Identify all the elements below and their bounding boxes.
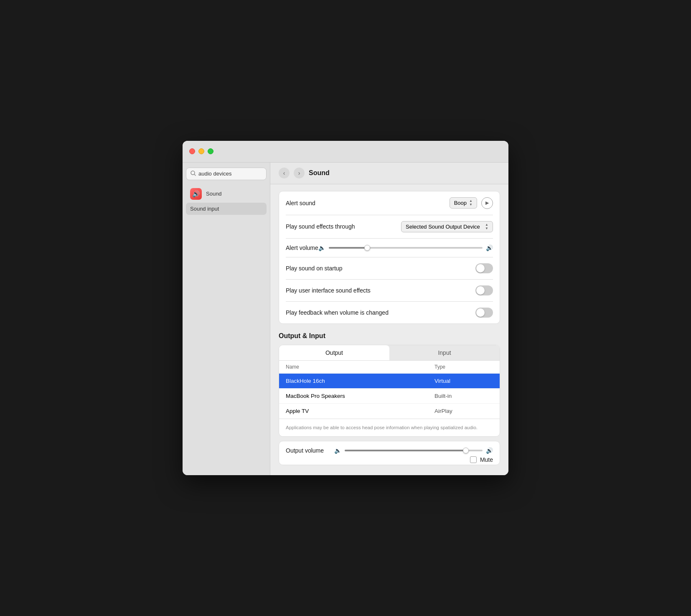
play-startup-row: Play sound on startup (286, 257, 493, 280)
table-header: Name Type (279, 361, 500, 374)
back-icon: ‹ (283, 170, 285, 176)
play-feedback-toggle[interactable] (475, 308, 493, 318)
table-row[interactable]: MacBook Pro Speakers Built-in (279, 389, 500, 404)
play-effects-row: Play sound effects through Selected Soun… (286, 215, 493, 239)
arrow-up-icon: ▲ (469, 199, 473, 203)
row-type-1: Built-in (434, 393, 493, 399)
forward-button[interactable]: › (294, 168, 305, 178)
alert-sound-value: Boop (454, 200, 467, 206)
main-body: Alert sound Boop ▲ ▼ ▶ (270, 184, 508, 475)
play-ui-toggle-thumb (476, 286, 485, 295)
mute-row: Mute (286, 456, 493, 465)
row-type-0: Virtual (434, 378, 493, 384)
main-window: ✕ 🔊 Sound Sound input ‹ › Sound (183, 141, 508, 475)
traffic-lights (189, 148, 213, 154)
main-header: ‹ › Sound (270, 163, 508, 184)
play-ui-label: Play user interface sound effects (286, 287, 371, 294)
output-volume-card: Output volume 🔈 🔊 Mute (279, 441, 500, 465)
sidebar-item-sound-input[interactable]: Sound input (186, 203, 267, 215)
minimize-button[interactable] (198, 148, 204, 154)
play-effects-select[interactable]: Selected Sound Output Device ▲ ▼ (401, 221, 493, 232)
play-ui-row: Play user interface sound effects (286, 280, 493, 302)
row-name-2: Apple TV (286, 408, 434, 414)
table-row[interactable]: BlackHole 16ch Virtual (279, 374, 500, 389)
output-volume-control: 🔈 🔊 (334, 447, 493, 454)
back-button[interactable]: ‹ (279, 168, 290, 178)
search-box[interactable]: ✕ (186, 168, 267, 180)
alert-volume-row: Alert volume 🔈 🔊 (286, 239, 493, 257)
forward-icon: › (298, 170, 300, 176)
stepper-arrows: ▲ ▼ (469, 199, 473, 206)
effects-stepper-arrows: ▲ ▼ (485, 223, 488, 230)
output-volume-high-icon: 🔊 (486, 447, 493, 454)
alert-volume-control: 🔈 🔊 (318, 244, 493, 251)
play-effects-label: Play sound effects through (286, 223, 355, 230)
alert-sound-select[interactable]: Boop ▲ ▼ (450, 197, 477, 209)
table-row[interactable]: Apple TV AirPlay (279, 404, 500, 419)
disclaimer-text: Applications may be able to access head … (279, 419, 500, 436)
search-input[interactable] (198, 171, 269, 177)
output-volume-slider[interactable] (345, 450, 483, 451)
output-volume-row: Output volume 🔈 🔊 (286, 441, 493, 456)
play-icon: ▶ (485, 200, 489, 206)
effects-arrow-down-icon: ▼ (485, 227, 488, 230)
search-icon (191, 170, 196, 178)
output-volume-low-icon: 🔈 (334, 447, 341, 454)
output-input-title: Output & Input (279, 332, 500, 340)
main-content: ‹ › Sound Alert sound Boop (270, 163, 508, 475)
tab-input[interactable]: Input (389, 345, 500, 360)
alert-sound-control: Boop ▲ ▼ ▶ (450, 197, 493, 209)
volume-high-icon: 🔊 (486, 244, 493, 251)
settings-card-alert: Alert sound Boop ▲ ▼ ▶ (279, 191, 500, 324)
content-area: ✕ 🔊 Sound Sound input ‹ › Sound (183, 163, 508, 475)
header-name: Name (286, 364, 434, 370)
header-type: Type (434, 364, 493, 370)
page-title: Sound (309, 169, 330, 177)
play-feedback-toggle-thumb (476, 308, 485, 317)
alert-sound-label: Alert sound (286, 200, 315, 206)
output-input-section: Output Input Name Type BlackHole 16ch Vi… (279, 345, 500, 437)
tab-output[interactable]: Output (279, 345, 389, 360)
volume-low-icon: 🔈 (318, 244, 325, 251)
mute-checkbox[interactable] (470, 456, 477, 463)
sidebar-item-sound[interactable]: 🔊 Sound (186, 185, 267, 203)
sidebar-item-sound-label: Sound (206, 191, 222, 197)
effects-arrow-up-icon: ▲ (485, 223, 488, 227)
play-feedback-label: Play feedback when volume is changed (286, 309, 389, 316)
play-alert-button[interactable]: ▶ (481, 197, 493, 209)
sound-icon: 🔊 (190, 188, 202, 200)
alert-sound-row: Alert sound Boop ▲ ▼ ▶ (286, 191, 493, 215)
output-volume-label: Output volume (286, 447, 324, 454)
play-startup-toggle[interactable] (475, 263, 493, 273)
row-name-0: BlackHole 16ch (286, 378, 434, 384)
alert-volume-label: Alert volume (286, 244, 318, 251)
arrow-down-icon: ▼ (469, 203, 473, 206)
alert-volume-slider[interactable] (329, 247, 483, 249)
tab-switcher: Output Input (279, 345, 500, 361)
toggle-thumb (476, 264, 485, 272)
maximize-button[interactable] (208, 148, 213, 154)
svg-line-1 (194, 174, 196, 176)
row-name-1: MacBook Pro Speakers (286, 393, 434, 399)
close-button[interactable] (189, 148, 195, 154)
play-effects-value: Selected Sound Output Device (406, 224, 480, 230)
titlebar (183, 141, 508, 163)
row-type-2: AirPlay (434, 408, 493, 414)
play-ui-toggle[interactable] (475, 285, 493, 295)
mute-label: Mute (480, 456, 493, 463)
play-startup-label: Play sound on startup (286, 265, 342, 272)
sidebar-item-sound-input-label: Sound input (190, 206, 219, 212)
play-feedback-row: Play feedback when volume is changed (286, 302, 493, 323)
sidebar: ✕ 🔊 Sound Sound input (183, 163, 270, 475)
